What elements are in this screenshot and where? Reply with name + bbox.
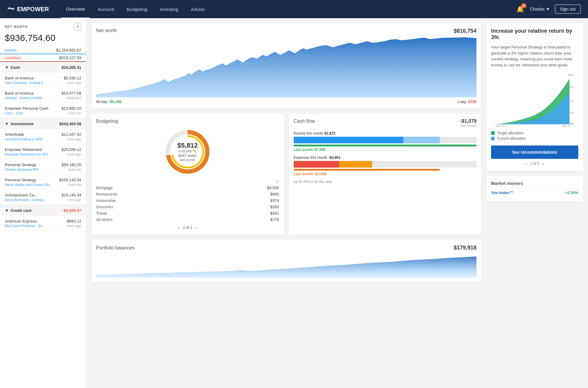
budget-next-button[interactable]: › xyxy=(196,225,197,230)
nav-investing[interactable]: Investing xyxy=(155,0,183,18)
account-group-investments: ▼ Investments $244,403.58 Ameritrade $11… xyxy=(0,118,86,205)
networth-chart-footer: 90-day +$6,299 1-day -$739 xyxy=(96,100,476,104)
account-amount: $13,692.10 xyxy=(62,106,81,111)
group-cash-amount: $34,205.31 xyxy=(62,65,81,70)
account-time: 8/24/2023 xyxy=(66,96,81,100)
category-name: Travel xyxy=(96,211,107,216)
list-item: Bank of America $15,477.09 Savings - End… xyxy=(0,88,86,103)
category-name: Groceries xyxy=(96,205,113,209)
account-name: Ameritrade xyxy=(5,132,24,137)
income-bar xyxy=(294,137,477,143)
list-item: American Express -$893.12 Blue Cash Pref… xyxy=(0,216,86,231)
right-column: Increase your relative return by 3% Your… xyxy=(486,23,583,383)
market-movers-title: Market movers xyxy=(491,181,578,186)
donut-container: $5,812 of $8,000 ✏️ $267 under last mont… xyxy=(96,128,279,176)
net-worth-title: NET WORTH xyxy=(5,25,28,28)
account-name: American Express xyxy=(5,219,37,223)
center-column: Net worth $816,754 xyxy=(91,23,481,383)
account-time: 3 min ago xyxy=(67,81,81,85)
account-time: 3 min ago xyxy=(67,224,81,228)
nav-overview[interactable]: Overview xyxy=(61,0,90,18)
nav-account[interactable]: Account xyxy=(93,0,119,18)
nav-budgeting[interactable]: Budgeting xyxy=(122,0,152,18)
cashflow-value: -$1,079 xyxy=(460,119,476,124)
cashflow-summary: -$1,079 This month xyxy=(460,119,476,128)
donut-last: last month xyxy=(177,158,198,162)
account-amount: -$893.12 xyxy=(66,219,81,223)
list-item: Personal Strategy $109,140.34 Sarah Walk… xyxy=(0,175,86,190)
sidebar: NET WORTH + $936,754.60 Assets $1,254,98… xyxy=(0,18,86,388)
svg-text:$4M: $4M xyxy=(568,73,573,76)
market-movers-card: Market movers You Index™ +2.30% xyxy=(486,176,583,202)
chevron-down-icon: ▼ xyxy=(5,65,9,70)
notification-bell[interactable]: 🔔 10 xyxy=(515,4,525,14)
account-sub: Cash - 1234 xyxy=(5,111,23,115)
income-last-month: Last month $7,598 xyxy=(294,148,477,152)
table-row: Mortgage $3,550 xyxy=(96,185,279,191)
recommendation-prev-button[interactable]: ‹ xyxy=(526,161,527,166)
recommendation-next-button[interactable]: › xyxy=(542,161,544,166)
nav-advice[interactable]: Advice xyxy=(186,0,209,18)
budget-prev-button[interactable]: ‹ xyxy=(178,225,179,230)
networth-chart-title: Net worth xyxy=(96,28,117,33)
account-sub: Blue Cash Preferred - En... xyxy=(5,224,45,228)
account-name: Personal Strategy xyxy=(5,178,36,182)
user-menu[interactable]: Charles ▼ xyxy=(530,7,550,12)
expense-last-month: Last month -$7,098 xyxy=(294,172,477,176)
list-item: Empower Retirement $25,036.12 Empower Re… xyxy=(0,144,86,159)
legend-target: Target allocation xyxy=(491,131,578,135)
category-name: Automotive xyxy=(96,198,116,203)
legend-green-dot xyxy=(491,131,495,135)
svg-text:Age 42: Age 42 xyxy=(495,124,504,127)
account-group-credit: ▼ Credit card -$4,209.37 American Expres… xyxy=(0,205,86,231)
networth-90d-label: 90-day xyxy=(96,100,107,104)
recommend-body: Your target Personal Strategy is forecas… xyxy=(491,44,578,68)
navbar-right: 🔔 10 Charles ▼ Sign out xyxy=(515,4,581,14)
recommendation-page: 1 of 5 xyxy=(530,162,539,166)
account-group-cash-header[interactable]: ▼ Cash $34,205.31 xyxy=(0,62,86,73)
table-row: Travel $161 xyxy=(96,210,279,216)
account-sub: Savings - Ending in 0000 xyxy=(5,96,42,100)
cashflow-footer: Up $2,459 so far this year. xyxy=(294,180,477,183)
chevron-down-icon: ▼ xyxy=(5,208,9,213)
account-name: Bank of America xyxy=(5,91,34,95)
expense-bar xyxy=(294,161,477,168)
account-sub: Sarah Walker and Charles Ba... xyxy=(5,183,52,186)
signout-button[interactable]: Sign out xyxy=(555,5,581,14)
account-time: 4 min ago xyxy=(67,152,81,156)
category-name: Mortgage xyxy=(96,186,113,190)
account-sub: Devin Bartowski - Ending i... xyxy=(5,198,47,202)
category-name: Restaurants xyxy=(96,192,117,196)
donut-amount: $5,812 xyxy=(177,142,198,149)
net-worth-value: $936,754.60 xyxy=(0,32,86,47)
notification-count: 10 xyxy=(521,3,526,8)
list-item: Empower Personal Cash $13,692.10 Cash - … xyxy=(0,103,86,118)
chart-legend: Target allocation Current allocation xyxy=(491,131,578,141)
account-sub: Joint Checking - Ending in... xyxy=(5,81,46,85)
account-name: Empower Personal Cash xyxy=(5,106,48,111)
chevron-down-icon: ▼ xyxy=(546,7,550,12)
see-recommendations-button[interactable]: See recommendations xyxy=(491,146,578,159)
cashflow-card: Cash flow -$1,079 This month Income this… xyxy=(289,114,482,235)
account-group-credit-header[interactable]: ▼ Credit card -$4,209.37 xyxy=(0,205,86,216)
expenses-section: Expenses this month -$3,951 Last month -… xyxy=(294,156,477,176)
budget-page: 1 of 2 xyxy=(183,226,192,230)
account-group-investments-header[interactable]: ▼ Investments $244,403.58 xyxy=(0,119,86,129)
logo[interactable]: 〜 EMPOWER xyxy=(7,4,49,14)
assets-value: $1,254,981.67 xyxy=(56,48,81,52)
main-nav: Overview Account Budgeting Investing Adv… xyxy=(61,0,515,18)
expense-label: Expenses this month -$3,951 xyxy=(294,156,477,160)
group-investments-amount: $244,403.58 xyxy=(59,122,81,126)
account-amount: $109,140.34 xyxy=(59,178,81,182)
budget-title: Budgeting xyxy=(96,119,279,124)
portfolio-card: Portfolio balances $179,918 xyxy=(91,240,481,283)
user-name: Charles xyxy=(530,7,545,12)
income-last-month-bar xyxy=(294,145,477,146)
group-credit-amount: -$4,209.37 xyxy=(62,208,81,213)
cashflow-header: Cash flow -$1,079 This month xyxy=(294,119,477,128)
account-sub: Empower Retirement Llc 401... xyxy=(5,152,51,156)
account-time: Just now xyxy=(68,111,81,115)
budgeting-card: Budgeting $5, xyxy=(91,114,284,235)
logo-text: EMPOWER xyxy=(17,6,49,13)
add-account-button[interactable]: + xyxy=(74,23,81,30)
